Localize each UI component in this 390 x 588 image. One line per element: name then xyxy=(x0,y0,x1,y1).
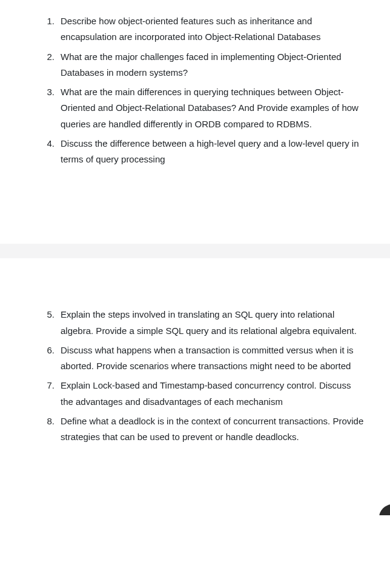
list-item: 2. What are the major challenges faced i… xyxy=(18,49,372,81)
question-section-2: 5. Explain the steps involved in transla… xyxy=(0,258,390,515)
question-text: Define what a deadlock is in the context… xyxy=(61,416,363,442)
question-section-1: 1. Describe how object-oriented features… xyxy=(0,0,390,244)
list-marker: 4. xyxy=(40,136,55,152)
question-text: Discuss the difference between a high-le… xyxy=(61,138,359,164)
list-marker: 6. xyxy=(40,342,55,358)
list-marker: 5. xyxy=(40,307,55,322)
page-container: 1. Describe how object-oriented features… xyxy=(0,0,390,515)
list-marker: 1. xyxy=(40,13,55,29)
list-item: 8. Define what a deadlock is in the cont… xyxy=(18,413,372,446)
question-list-1: 1. Describe how object-oriented features… xyxy=(18,13,372,167)
question-text: What are the major challenges faced in i… xyxy=(61,52,342,78)
question-text: Explain the steps involved in translatin… xyxy=(61,309,357,335)
list-marker: 8. xyxy=(40,413,55,429)
list-marker: 7. xyxy=(40,378,55,393)
question-text: Describe how object-oriented features su… xyxy=(61,16,320,42)
question-list-2: 5. Explain the steps involved in transla… xyxy=(18,307,372,445)
list-item: 1. Describe how object-oriented features… xyxy=(18,13,372,45)
list-item: 6. Discuss what happens when a transacti… xyxy=(18,342,372,375)
list-item: 4. Discuss the difference between a high… xyxy=(18,136,372,168)
section-separator xyxy=(0,244,390,258)
list-item: 3. What are the main differences in quer… xyxy=(18,84,372,132)
question-text: What are the main differences in queryin… xyxy=(61,87,359,129)
question-text: Discuss what happens when a transaction … xyxy=(61,345,354,371)
question-text: Explain Lock-based and Timestamp-based c… xyxy=(61,380,351,406)
list-marker: 3. xyxy=(40,84,55,100)
list-marker: 2. xyxy=(40,49,55,65)
list-item: 5. Explain the steps involved in transla… xyxy=(18,307,372,339)
list-item: 7. Explain Lock-based and Timestamp-base… xyxy=(18,378,372,410)
